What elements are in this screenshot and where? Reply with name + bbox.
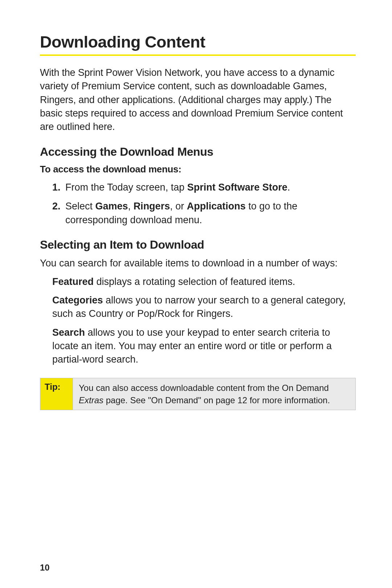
page-number: 10 [40,563,50,573]
tip-label: Tip: [40,378,73,409]
step-1-text-pre: From the Today screen, tap [65,182,187,193]
categories-item: Categories allows you to narrow your sea… [52,294,356,321]
tip-content: You can also access downloadable content… [73,378,355,409]
step-2: Select Games, Ringers, or Applications t… [52,200,356,227]
step-1-text-post: . [287,182,290,193]
intro-paragraph: With the Sprint Power Vision Network, yo… [40,66,356,134]
step-2-bold-games: Games [95,201,128,212]
search-item: Search allows you to use your keypad to … [52,326,356,367]
document-page: Downloading Content With the Sprint Powe… [0,0,392,588]
step-2-sep2: , or [170,201,187,212]
search-text: allows you to use your keypad to enter s… [52,327,332,365]
featured-bold: Featured [52,276,94,287]
selecting-intro: You can search for available items to do… [40,257,356,270]
tip-em: Extras [79,395,103,405]
step-2-bold-ringers: Ringers [134,201,170,212]
page-title: Downloading Content [40,33,356,52]
search-bold: Search [52,327,85,338]
tip-box: Tip: You can also access downloadable co… [40,378,356,410]
step-1: From the Today screen, tap Sprint Softwa… [52,181,356,195]
section-heading-selecting: Selecting an Item to Download [40,238,356,252]
steps-list: From the Today screen, tap Sprint Softwa… [52,181,356,227]
featured-item: Featured displays a rotating selection o… [52,275,356,289]
procedure-lead: To access the download menus: [40,164,356,175]
tip-text-1: You can also access downloadable content… [79,383,329,393]
section-heading-accessing: Accessing the Download Menus [40,145,356,159]
categories-bold: Categories [52,295,103,306]
step-1-bold: Sprint Software Store [187,182,287,193]
featured-text: displays a rotating selection of feature… [94,276,295,287]
step-2-text-pre: Select [65,201,95,212]
step-2-sep1: , [128,201,134,212]
title-underline [40,54,356,56]
step-2-bold-applications: Applications [187,201,246,212]
tip-text-2: page. See "On Demand" on page 12 for mor… [103,395,330,405]
